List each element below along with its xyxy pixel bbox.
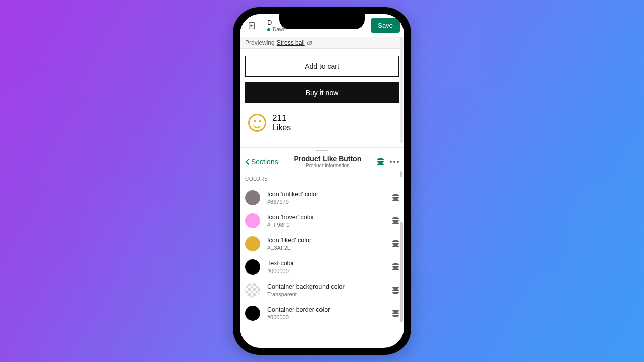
dynamic-source-icon[interactable] — [392, 194, 399, 201]
color-swatch — [245, 236, 260, 251]
color-name: Container background color — [267, 283, 385, 290]
phone-frame: D Dawn Save Previewing Stress ball Add t… — [233, 7, 411, 355]
exit-editor-button[interactable] — [242, 16, 262, 36]
add-to-cart-button[interactable]: Add to cart — [245, 56, 399, 77]
color-swatch — [245, 213, 260, 228]
color-value: #000000 — [267, 314, 385, 320]
color-value: #867979 — [267, 199, 385, 205]
back-label: Sections — [251, 158, 278, 166]
color-name: Icon 'hover' color — [267, 214, 385, 221]
panel-title: Product Like Button — [278, 155, 377, 163]
preview-product-link[interactable]: Stress ball — [277, 39, 305, 46]
external-link-icon — [307, 40, 312, 46]
color-swatch — [245, 190, 260, 205]
panel-drag-handle[interactable] — [240, 147, 404, 153]
color-setting-row[interactable]: Container background colorTransparent — [245, 279, 399, 302]
color-value: #FF98F0 — [267, 222, 385, 228]
color-value: #000000 — [267, 268, 385, 274]
dynamic-source-icon[interactable] — [392, 240, 399, 247]
color-name: Container border color — [267, 306, 385, 313]
dynamic-source-icon[interactable] — [377, 158, 384, 165]
color-value: #E3AF2E — [267, 245, 385, 251]
save-button[interactable]: Save — [371, 18, 400, 33]
color-swatch — [245, 259, 260, 275]
smile-icon — [248, 114, 266, 132]
more-actions-button[interactable] — [390, 161, 399, 163]
color-name: Icon 'liked' color — [267, 237, 385, 244]
panel-header: Sections Product Like Button Product inf… — [240, 153, 404, 171]
color-setting-row[interactable]: Icon 'liked' color#E3AF2E — [245, 232, 399, 255]
color-setting-row[interactable]: Text color#000000 — [245, 255, 399, 279]
color-name: Icon 'unliked' color — [267, 191, 385, 198]
live-dot-icon — [267, 28, 270, 31]
settings-panel: COLORS Icon 'unliked' color#867979Icon '… — [240, 171, 404, 348]
buy-now-button[interactable]: Buy it now — [245, 82, 399, 103]
preview-label: Previewing — [245, 39, 275, 46]
settings-scrollbar[interactable] — [400, 176, 403, 322]
likes-widget[interactable]: 211 Likes — [248, 113, 399, 132]
color-name: Text color — [267, 260, 385, 267]
dynamic-source-icon[interactable] — [392, 217, 399, 224]
chevron-left-icon — [245, 159, 250, 165]
color-swatch — [245, 283, 260, 298]
screen: D Dawn Save Previewing Stress ball Add t… — [240, 14, 404, 348]
dynamic-source-icon[interactable] — [392, 263, 399, 270]
dynamic-source-icon[interactable] — [392, 287, 399, 294]
colors-group-label: COLORS — [245, 176, 399, 182]
color-setting-row[interactable]: Icon 'hover' color#FF98F0 — [245, 209, 399, 232]
dynamic-source-icon[interactable] — [392, 310, 399, 317]
color-setting-row[interactable]: Icon 'unliked' color#867979 — [245, 186, 399, 209]
color-value: Transparent — [267, 291, 385, 297]
exit-icon — [248, 21, 257, 30]
panel-subtitle: Product information — [278, 163, 377, 168]
color-setting-row[interactable]: Container border color#000000 — [245, 302, 399, 325]
likes-label: Likes — [272, 123, 291, 132]
color-swatch — [245, 306, 260, 321]
preview-bar: Previewing Stress ball — [240, 37, 404, 49]
preview-area: Add to cart Buy it now 211 Likes — [240, 49, 404, 147]
likes-count: 211 — [272, 113, 291, 123]
phone-notch — [279, 14, 365, 29]
back-to-sections[interactable]: Sections — [245, 158, 278, 166]
